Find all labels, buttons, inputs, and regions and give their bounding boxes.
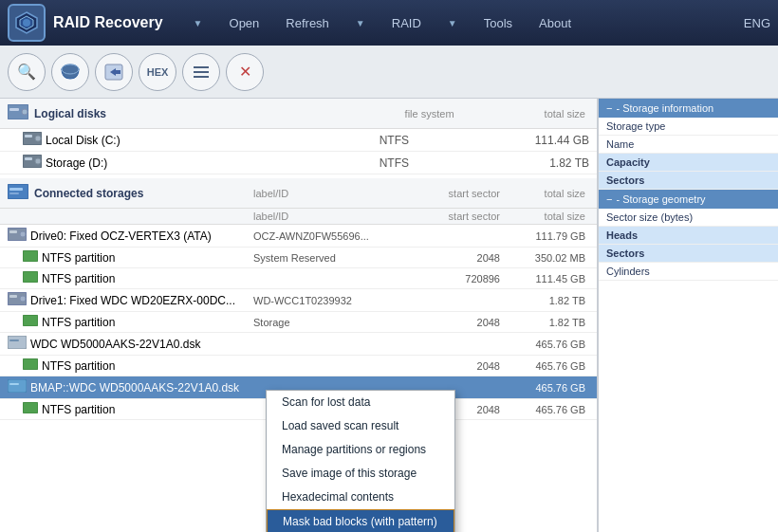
drive1-icon — [8, 292, 27, 308]
drive0-row[interactable]: Drive0: Fixed OCZ-VERTEX3 (ATA) OCZ-AWNZ… — [0, 225, 597, 248]
cylinders-row: Cylinders — [599, 263, 778, 281]
menu-tools[interactable]: Tools — [472, 10, 524, 36]
partition5-icon — [23, 402, 38, 416]
svg-rect-34 — [8, 379, 27, 393]
disk-info-button[interactable] — [51, 53, 89, 91]
storage-d-row[interactable]: Storage (D:) NTFS 1.82 TB — [0, 152, 597, 174]
svg-rect-28 — [9, 295, 17, 298]
logical-disks-size-col: total size — [545, 108, 585, 119]
hdd-icon — [23, 132, 42, 148]
close-button[interactable]: ✕ — [226, 53, 264, 91]
titlebar: RAID Recovery ▼ Open Refresh ▼ RAID ▼ To… — [0, 0, 778, 46]
list-button[interactable] — [182, 53, 220, 91]
partition3-icon — [23, 315, 38, 329]
app-logo — [8, 4, 46, 42]
hex-button[interactable]: HEX — [139, 53, 176, 91]
svg-rect-6 — [115, 70, 120, 74]
ntfs-partition-1-row[interactable]: NTFS partition System Reserved 2048 350.… — [0, 248, 597, 268]
storage-info-label: - Storage information — [616, 102, 713, 114]
ctx-manage[interactable]: Manage partitions or regions — [267, 438, 454, 462]
storage-sectors-row: Sectors — [599, 172, 778, 190]
svg-point-29 — [20, 296, 26, 302]
connected-storages-label: Connected storages — [34, 187, 143, 200]
local-disk-c-row[interactable]: Local Disk (C:) NTFS 111.44 GB — [0, 129, 597, 152]
menu-raid[interactable]: RAID — [380, 10, 433, 36]
menu-about[interactable]: About — [528, 10, 583, 36]
svg-rect-33 — [23, 358, 38, 370]
ctx-save[interactable]: Save image of this storage — [267, 462, 454, 486]
svg-point-2 — [23, 19, 30, 27]
svg-point-12 — [22, 109, 28, 115]
menu-refresh[interactable]: Refresh — [274, 10, 341, 36]
local-disk-c-name: Local Disk (C:) — [23, 132, 314, 148]
svg-rect-19 — [8, 184, 28, 199]
ctx-hex[interactable]: Hexadecimal contents — [267, 486, 454, 509]
logical-disks-header: Logical disks file system total size — [0, 99, 597, 129]
svg-point-24 — [20, 231, 26, 237]
main-content: Logical disks file system total size Loc… — [0, 99, 778, 532]
storage-d-name: Storage (D:) — [23, 155, 314, 171]
heads-row: Heads — [599, 227, 778, 245]
svg-point-18 — [35, 158, 41, 164]
ntfs-partition-3-row[interactable]: NTFS partition Storage 2048 1.82 TB — [0, 312, 597, 333]
svg-rect-8 — [194, 71, 209, 73]
col-label-id: label/ID — [253, 188, 405, 199]
language-selector[interactable]: ENG — [744, 16, 770, 30]
connected-storages-header: Connected storages label/ID start sector… — [0, 178, 597, 209]
svg-rect-31 — [8, 336, 27, 349]
menu-arrow3[interactable]: ▼ — [436, 12, 469, 34]
connected-storages-icon — [8, 184, 28, 202]
bmap-icon — [8, 379, 27, 395]
menu-arrow1[interactable]: ▼ — [182, 12, 214, 34]
svg-rect-26 — [23, 271, 38, 283]
partition2-icon — [23, 271, 38, 285]
partition1-icon — [23, 250, 38, 265]
ntfs-partition-4-row[interactable]: NTFS partition 2048 465.76 GB — [0, 356, 597, 376]
svg-rect-14 — [25, 135, 32, 138]
toolbar: 🔍 HEX ✕ — [0, 46, 778, 99]
ntfs-partition-2-row[interactable]: NTFS partition 720896 111.45 GB — [0, 268, 597, 289]
storage-geometry-label: - Storage geometry — [616, 193, 705, 205]
drive1-row[interactable]: Drive1: Fixed WDC WD20EZRX-00DC... WD-WC… — [0, 289, 597, 312]
ctx-load[interactable]: Load saved scan result — [267, 414, 454, 438]
storage-info-collapse-icon[interactable]: − — [606, 102, 612, 114]
context-menu: Scan for lost data Load saved scan resul… — [266, 390, 455, 532]
back-button[interactable] — [95, 53, 133, 91]
hdd-icon-2 — [23, 155, 42, 171]
logical-disks-label: Logical disks — [34, 107, 106, 120]
ctx-mask[interactable]: Mask bad blocks (with pattern) — [267, 509, 454, 532]
sector-size-row: Sector size (bytes) — [599, 209, 778, 227]
logical-disks-icon — [8, 104, 28, 122]
svg-rect-23 — [9, 230, 17, 233]
menu-bar: ▼ Open Refresh ▼ RAID ▼ Tools About — [182, 10, 744, 36]
menu-arrow2[interactable]: ▼ — [344, 12, 377, 34]
svg-rect-7 — [194, 66, 209, 68]
svg-rect-36 — [23, 402, 38, 413]
left-panel: Logical disks file system total size Loc… — [0, 99, 598, 532]
app-title: RAID Recovery — [53, 14, 163, 31]
geometry-collapse-icon[interactable]: − — [606, 193, 612, 205]
svg-rect-35 — [9, 383, 19, 385]
col-start-sector: start sector — [405, 188, 500, 199]
search-button[interactable]: 🔍 — [8, 53, 46, 91]
storage-geometry-header: − - Storage geometry — [599, 190, 778, 209]
svg-rect-30 — [23, 315, 38, 326]
logical-disks-fs-col: file system — [405, 108, 454, 119]
svg-point-15 — [35, 136, 41, 141]
menu-open[interactable]: Open — [218, 10, 271, 36]
wdc-dsk-row[interactable]: WDC WD5000AAKS-22V1A0.dsk 465.76 GB — [0, 333, 597, 356]
sectors-row: Sectors — [599, 245, 778, 263]
partition4-icon — [23, 358, 38, 373]
svg-rect-17 — [25, 157, 32, 160]
ctx-scan[interactable]: Scan for lost data — [267, 391, 454, 414]
storage-name-row: Name — [599, 136, 778, 154]
dsk-icon — [8, 336, 27, 352]
svg-rect-21 — [9, 193, 19, 194]
storage-capacity-row: Capacity — [599, 154, 778, 172]
svg-rect-32 — [9, 339, 19, 341]
svg-rect-9 — [194, 76, 209, 78]
storage-info-header: − - Storage information — [599, 99, 778, 118]
col-total-size: total size — [500, 188, 585, 199]
storage-col-headers: label/ID start sector total size — [0, 209, 597, 225]
storage-type-row: Storage type — [599, 118, 778, 136]
